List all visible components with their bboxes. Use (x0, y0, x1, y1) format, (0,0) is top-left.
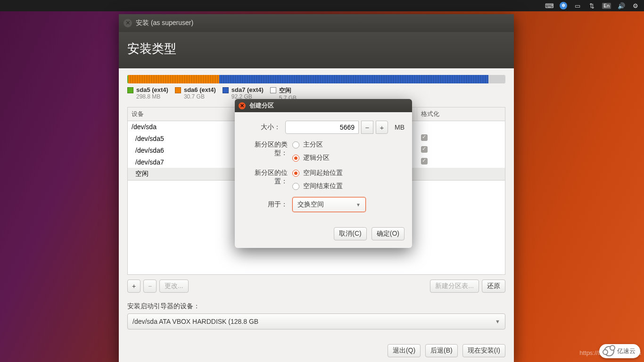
radio-label: 主分区 (303, 140, 323, 149)
swatch-icon (223, 87, 229, 93)
volume-icon[interactable]: 🔊 (618, 2, 625, 9)
brand-logo-icon (604, 346, 614, 356)
radio-label: 空间结束位置 (303, 182, 343, 190)
add-partition-button[interactable]: + (127, 280, 140, 293)
radio-beginning[interactable]: 空间起始位置 (292, 169, 343, 177)
cancel-button[interactable]: 取消(C) (334, 227, 366, 240)
location-row: 新分区的位置： 空间起始位置 空间结束位置 (242, 169, 405, 190)
seg-free (488, 75, 505, 83)
radio-label: 空间起始位置 (303, 169, 343, 177)
input-language-indicator[interactable]: En (602, 3, 611, 9)
size-unit: MB (395, 123, 405, 131)
network-icon[interactable]: ⇅ (588, 2, 595, 9)
ok-button[interactable]: 确定(O) (372, 227, 405, 240)
install-now-button[interactable]: 现在安装(I) (462, 344, 505, 357)
accessibility-icon[interactable]: ✲ (560, 2, 567, 9)
legend-item: sda5 (ext4)298.8 MB (127, 86, 168, 101)
back-button[interactable]: 后退(B) (425, 344, 458, 357)
bootloader-device-text: /dev/sda ATA VBOX HARDDISK (128.8 GB (132, 318, 258, 325)
legend-item: sda6 (ext4)30.7 GB (175, 86, 216, 101)
brand-watermark: 亿速云 (599, 344, 640, 358)
swatch-icon (175, 87, 181, 93)
change-partition-button[interactable]: 更改... (159, 280, 189, 293)
size-row: 大小： − + MB (242, 121, 405, 134)
location-label: 新分区的位置： (242, 169, 288, 186)
type-label: 新分区的类型： (242, 140, 288, 157)
create-partition-dialog: ✕ 创建分区 大小： − + MB 新分区的类型： 主分区 逻辑分区 新分区的位… (235, 99, 412, 248)
legend-label: sda5 (ext4) (136, 86, 168, 93)
legend-label: sda7 (ext4) (231, 86, 264, 93)
quit-button[interactable]: 退出(Q) (388, 344, 421, 357)
dialog-title: 创建分区 (249, 101, 274, 110)
wizard-nav: 退出(Q) 后退(B) 现在安装(I) (388, 344, 505, 357)
close-icon[interactable]: ✕ (124, 19, 132, 27)
close-icon[interactable]: ✕ (239, 102, 246, 109)
radio-primary[interactable]: 主分区 (292, 140, 330, 149)
legend-label: sda6 (ext4) (184, 86, 216, 93)
brand-text: 亿速云 (617, 347, 636, 355)
legend-size: 30.7 GB (184, 93, 216, 100)
top-panel: ⌨ ✲ ▭ ⇅ En 🔊 ⚙ (0, 0, 644, 11)
check-icon[interactable] (421, 146, 428, 153)
check-icon[interactable] (421, 134, 428, 141)
usefor-combo[interactable]: 交换空间 ▼ (292, 197, 366, 212)
partition-toolbar: + − 更改... 新建分区表... 还原 (127, 280, 505, 293)
usefor-row: 用于： 交换空间 ▼ (242, 197, 405, 212)
size-label: 大小： (242, 123, 281, 132)
usefor-label: 用于： (242, 200, 288, 209)
cell-format[interactable] (417, 156, 505, 168)
seg-sda6 (128, 75, 219, 83)
swatch-icon (127, 87, 133, 93)
type-row: 新分区的类型： 主分区 逻辑分区 (242, 140, 405, 162)
size-input[interactable] (285, 121, 359, 134)
window-title: 安装 (as superuser) (136, 19, 193, 27)
legend-label: 空闲 (279, 86, 297, 95)
spin-minus-button[interactable]: − (361, 121, 373, 134)
battery-icon[interactable]: ▭ (574, 2, 581, 9)
check-icon[interactable] (421, 158, 428, 165)
usefor-value: 交换空间 (297, 200, 324, 209)
radio-end[interactable]: 空间结束位置 (292, 182, 343, 190)
dialog-titlebar[interactable]: ✕ 创建分区 (235, 99, 412, 112)
cell-format[interactable] (417, 144, 505, 156)
bootloader-device-combo[interactable]: /dev/sda ATA VBOX HARDDISK (128.8 GB ▼ (127, 313, 505, 329)
radio-label: 逻辑分区 (303, 154, 330, 162)
chevron-down-icon: ▼ (356, 202, 361, 207)
revert-button[interactable]: 还原 (482, 280, 505, 293)
chevron-down-icon: ▼ (495, 319, 500, 324)
swatch-icon (270, 87, 276, 93)
size-spinner: − + MB (285, 121, 405, 134)
cell-format[interactable] (417, 132, 505, 144)
page-title: 安装类型 (127, 41, 505, 57)
installer-header: 安装类型 (119, 32, 514, 68)
window-titlebar[interactable]: ✕ 安装 (as superuser) (119, 14, 514, 32)
legend-size: 298.8 MB (136, 93, 168, 100)
seg-sda7 (219, 75, 488, 83)
keyboard-icon[interactable]: ⌨ (545, 2, 553, 9)
radio-logical[interactable]: 逻辑分区 (292, 154, 330, 162)
new-partition-table-button[interactable]: 新建分区表... (430, 280, 479, 293)
spin-plus-button[interactable]: + (376, 121, 388, 134)
col-format: 格式化 (417, 107, 505, 121)
bootloader-label: 安装启动引导器的设备： (127, 302, 505, 311)
remove-partition-button[interactable]: − (143, 280, 157, 293)
disk-usage-bar (127, 75, 505, 83)
gear-icon[interactable]: ⚙ (632, 2, 639, 9)
